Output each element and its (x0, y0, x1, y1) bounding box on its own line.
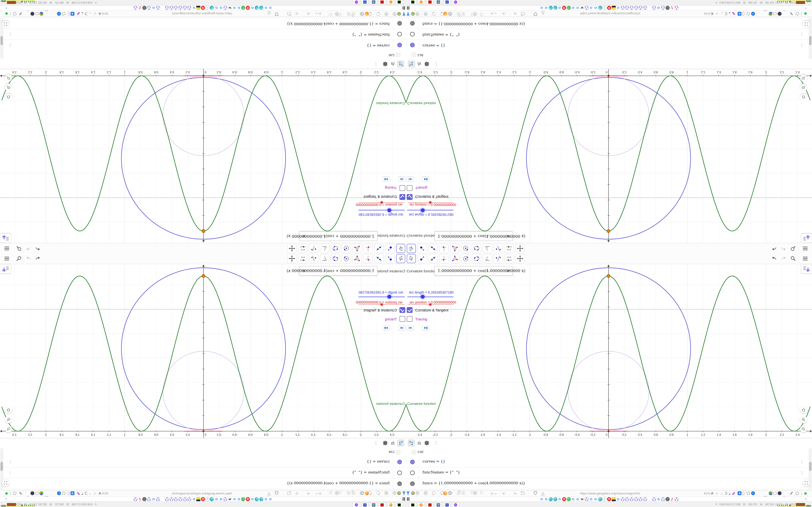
url-text[interactable]: https://www.geogebra.org/classic/aagcxh3… (580, 12, 640, 15)
google-icon[interactable]: G (558, 497, 562, 501)
olive-circle-icon[interactable] (397, 12, 401, 16)
taskbar-app-red-gear[interactable] (379, 0, 386, 5)
lo-circle-icon[interactable] (778, 491, 781, 495)
letter-a-icon[interactable]: A (711, 491, 713, 495)
algebra-row[interactable]: funcs = {1.000000000000 + cos(4.00000000… (0, 478, 406, 489)
tracing-checkbox[interactable] (400, 316, 405, 322)
taskbar-app-floppy-64[interactable]: 64 (444, 502, 451, 507)
geogebra-icon[interactable] (223, 497, 227, 501)
tool-perpendicular-line[interactable] (363, 244, 373, 253)
geogebra-icon[interactable] (634, 6, 638, 10)
tool-slider[interactable]: a=2 (298, 244, 307, 253)
geogebra-icon[interactable] (174, 497, 178, 501)
orb-icon[interactable] (259, 497, 263, 501)
geogebra-icon[interactable] (643, 6, 647, 10)
orb-icon[interactable] (210, 497, 214, 501)
google-icon[interactable]: G (540, 497, 544, 501)
geogebra-icon[interactable] (639, 6, 643, 10)
tool-perpendicular-line[interactable] (363, 254, 373, 263)
green-dot-icon[interactable] (5, 492, 8, 495)
home-button[interactable] (800, 94, 807, 101)
tool-ellipse[interactable] (472, 254, 481, 263)
google-icon[interactable]: G (250, 6, 254, 10)
gear-icon[interactable] (62, 12, 65, 15)
arrow-right-icon[interactable]: → (89, 491, 92, 495)
globe-icon[interactable] (416, 491, 419, 495)
undo-button[interactable] (35, 245, 41, 251)
visibility-marble[interactable] (410, 470, 415, 475)
visibility-marble[interactable] (410, 43, 415, 48)
taskbar-app-terminal[interactable] (409, 0, 416, 5)
share-ball-icon[interactable] (39, 491, 43, 495)
radio-circle-icon[interactable] (338, 491, 341, 494)
globe-icon[interactable] (424, 491, 427, 495)
taskbar-app-floppy-64[interactable]: 64 (361, 0, 368, 5)
geogebra-icon[interactable] (643, 497, 647, 501)
globe-icon[interactable] (335, 491, 339, 495)
taskbar-app-red-gear[interactable] (426, 0, 433, 5)
settings-button[interactable] (423, 61, 430, 67)
letter-a-icon[interactable]: A (99, 491, 101, 495)
menu-button[interactable] (802, 256, 808, 262)
box-icon[interactable] (36, 12, 39, 15)
tool-circle-with-center[interactable] (342, 244, 351, 253)
wiki-icon[interactable]: W (580, 497, 584, 501)
radio-circle-icon[interactable] (471, 13, 474, 16)
fullscreen-button[interactable] (2, 20, 9, 28)
gear-icon[interactable] (796, 492, 799, 495)
visibility-marble[interactable] (410, 32, 415, 37)
algebra-row[interactable]: curves = {}⋮ (0, 40, 406, 50)
green-wave-icon[interactable] (241, 497, 245, 501)
algebra-row[interactable]: funcs = {1.000000000000 + cos(4.00000000… (406, 478, 812, 489)
zoom-in-button[interactable] (800, 416, 807, 423)
radio-dot-icon[interactable] (319, 12, 321, 15)
algebra-row[interactable]: curves = {}⋮ (0, 457, 406, 467)
geogebra-icon[interactable] (661, 6, 665, 10)
zoom-in-button[interactable] (5, 416, 12, 423)
tabstrip-expander[interactable]: ^ (5, 497, 7, 501)
radio-circle-icon[interactable] (329, 491, 332, 494)
wiki-icon[interactable]: W (228, 6, 232, 10)
geogebra-icon[interactable] (625, 497, 629, 501)
image-icon[interactable] (196, 497, 200, 501)
gear-icon[interactable] (448, 12, 451, 16)
globe-icon[interactable] (335, 12, 339, 16)
redo-button[interactable] (780, 256, 786, 262)
tool-reflect-about-line[interactable] (494, 254, 503, 263)
input-fx-button[interactable]: fx (390, 61, 396, 67)
taskbar-app-purple-mask[interactable] (452, 0, 459, 5)
google-icon[interactable]: G (219, 6, 223, 10)
globe-icon[interactable] (473, 12, 477, 16)
geogebra-icon[interactable] (634, 497, 638, 501)
slider-handle[interactable] (429, 303, 432, 306)
collapse-list-button[interactable]: − (396, 450, 400, 454)
globe-icon[interactable] (424, 12, 427, 16)
visibility-marble[interactable] (397, 482, 402, 486)
orb-icon[interactable] (210, 6, 214, 10)
visibility-marble[interactable] (397, 21, 402, 26)
row-kebab-icon[interactable]: ⋮ (8, 459, 12, 464)
kebab-icon[interactable]: ⋮ (434, 441, 438, 445)
arc-length-slider[interactable] (407, 208, 454, 212)
tool-point[interactable]: A (385, 254, 394, 263)
tool-line[interactable] (374, 254, 384, 263)
search-button[interactable] (16, 256, 22, 262)
tool-circle-with-center[interactable] (342, 254, 351, 263)
curvature-tangent-checkbox[interactable] (400, 307, 405, 313)
algebra-row[interactable]: funcNames = {" "}⋮ (406, 467, 812, 478)
letter-a-icon[interactable]: A (711, 12, 713, 16)
orb-icon[interactable] (553, 497, 557, 501)
letter-f-icon[interactable]: f (138, 6, 142, 10)
letter-f-icon[interactable]: f (670, 497, 674, 501)
undo-button[interactable] (35, 256, 41, 262)
geogebra-icon[interactable] (661, 497, 665, 501)
info-icon[interactable]: i (603, 497, 607, 501)
menu-button[interactable] (4, 245, 10, 251)
zoom-out-button[interactable] (800, 74, 807, 81)
tool-angle[interactable]: α (320, 254, 329, 263)
globe-icon[interactable] (473, 491, 477, 495)
tracing-checkbox[interactable] (407, 316, 412, 322)
kebab-icon[interactable]: ⋮ (434, 62, 438, 66)
row-kebab-icon[interactable]: ⋮ (8, 43, 12, 48)
gear-dark-icon[interactable] (142, 6, 146, 10)
